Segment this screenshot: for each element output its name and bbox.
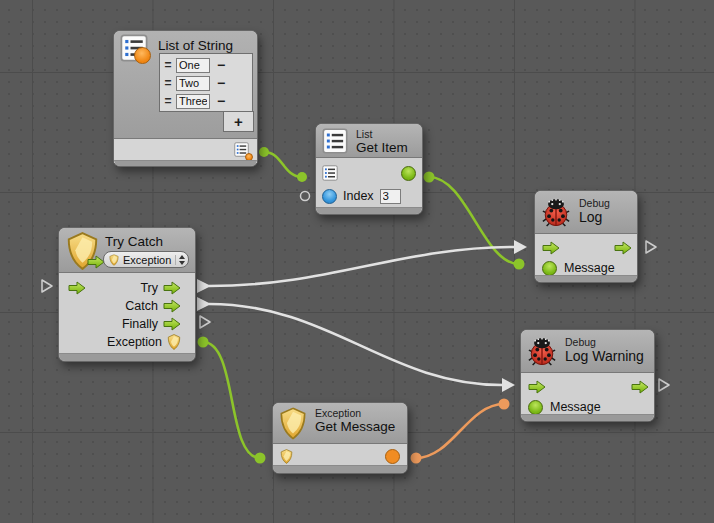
node-header: List of String = − = − = − bbox=[114, 31, 257, 139]
wire-dest-arrow bbox=[514, 240, 527, 254]
wire-list-to-getitem[interactable] bbox=[264, 152, 302, 177]
wire-endpoint bbox=[411, 453, 422, 464]
enter-input-port[interactable] bbox=[528, 380, 546, 394]
enter-input-port[interactable] bbox=[542, 241, 560, 255]
list-of-string-icon bbox=[120, 34, 154, 68]
node-get-item[interactable]: List Get Item Index bbox=[315, 123, 423, 215]
unconnected-input-marker bbox=[301, 192, 310, 201]
catch-output-port[interactable] bbox=[163, 299, 181, 313]
port-label: Finally bbox=[122, 317, 158, 331]
node-footer bbox=[316, 207, 422, 214]
unconnected-output-marker bbox=[659, 379, 669, 391]
wire-endpoint bbox=[499, 399, 510, 410]
wire-source-arrow bbox=[197, 279, 211, 293]
port-label: Index bbox=[343, 189, 374, 203]
exception-input-port[interactable] bbox=[280, 449, 293, 464]
wire-catch-to-logwarning[interactable] bbox=[209, 304, 502, 385]
list-item-row: = − bbox=[162, 74, 250, 92]
node-header: Debug Log Warning bbox=[521, 330, 654, 373]
wire-endpoint bbox=[424, 172, 435, 183]
unconnected-output-marker bbox=[200, 316, 210, 328]
node-header: List Get Item bbox=[316, 124, 422, 158]
wire-dest-arrow bbox=[502, 378, 515, 392]
add-item-panel: + bbox=[223, 111, 254, 132]
wire-endpoint bbox=[297, 172, 307, 182]
enter-input-port[interactable] bbox=[68, 281, 86, 295]
node-debug-log-warning[interactable]: Debug Log Warning Message bbox=[520, 329, 655, 422]
message-input-port[interactable] bbox=[542, 261, 557, 276]
node-debug-log[interactable]: Debug Log Message bbox=[534, 190, 638, 283]
wire-endpoint bbox=[514, 259, 525, 270]
wire-endpoint bbox=[259, 147, 269, 157]
unconnected-input-marker bbox=[42, 280, 52, 292]
node-exception-get-message[interactable]: Exception Get Message bbox=[272, 402, 408, 474]
unconnected-output-marker bbox=[646, 241, 656, 253]
exception-output-port[interactable] bbox=[167, 334, 181, 350]
ladybug-icon bbox=[527, 336, 557, 366]
node-header: Exception Get Message bbox=[273, 403, 407, 444]
node-title: Get Message bbox=[315, 419, 395, 435]
index-input-port[interactable] bbox=[322, 189, 337, 204]
list-inline-editor: = − = − = − bbox=[159, 53, 253, 112]
node-footer bbox=[59, 353, 195, 361]
list-icon bbox=[322, 128, 348, 154]
exception-type-dropdown[interactable]: Exception bbox=[103, 251, 189, 268]
node-body: Message bbox=[535, 234, 637, 278]
node-title: Try Catch bbox=[105, 234, 163, 250]
dropdown-value: Exception bbox=[123, 254, 171, 266]
node-try-catch[interactable]: Try Catch Exception Try Catch bbox=[58, 227, 196, 362]
drag-handle-icon[interactable]: = bbox=[163, 60, 173, 70]
node-footer bbox=[535, 275, 637, 282]
list-item-row: = − bbox=[162, 92, 250, 110]
message-input-port[interactable] bbox=[528, 400, 543, 415]
exit-output-port[interactable] bbox=[614, 241, 632, 255]
try-output-port[interactable] bbox=[163, 281, 181, 295]
add-item-button[interactable]: + bbox=[231, 116, 247, 128]
graph-canvas[interactable]: List of String = − = − = − bbox=[0, 0, 714, 523]
port-label: Catch bbox=[125, 299, 158, 313]
orange-ball-icon bbox=[134, 47, 151, 64]
wire-exception-to-getmessage[interactable] bbox=[203, 342, 260, 458]
node-header: Try Catch Exception bbox=[59, 228, 195, 273]
finally-output-port[interactable] bbox=[163, 317, 181, 331]
index-value-input[interactable] bbox=[380, 189, 401, 204]
node-body: Message bbox=[521, 373, 654, 417]
list-item-input[interactable] bbox=[176, 76, 210, 91]
list-item-input[interactable] bbox=[176, 58, 210, 73]
wire-endpoint bbox=[255, 453, 266, 464]
port-label: Message bbox=[564, 261, 615, 275]
node-title: Log bbox=[579, 209, 610, 225]
node-title: Get Item bbox=[356, 140, 408, 156]
node-caption: List bbox=[356, 128, 408, 140]
wire-try-to-log[interactable] bbox=[209, 247, 514, 286]
shield-icon bbox=[109, 254, 119, 266]
node-caption: Debug bbox=[579, 197, 610, 209]
list-output-port[interactable] bbox=[234, 142, 252, 160]
remove-item-button[interactable]: − bbox=[213, 95, 229, 107]
node-caption: Exception bbox=[315, 407, 395, 419]
shield-icon bbox=[279, 407, 307, 440]
node-list-of-string[interactable]: List of String = − = − = − bbox=[113, 30, 258, 167]
remove-item-button[interactable]: − bbox=[213, 59, 229, 71]
exit-output-port[interactable] bbox=[631, 380, 649, 394]
wire-source-arrow bbox=[197, 297, 211, 311]
node-title: List of String bbox=[158, 38, 233, 54]
node-caption: Debug bbox=[565, 336, 644, 348]
node-title: Log Warning bbox=[565, 348, 644, 364]
node-body: Index bbox=[316, 158, 422, 210]
list-item-input[interactable] bbox=[176, 94, 210, 109]
drag-handle-icon[interactable]: = bbox=[163, 78, 173, 88]
remove-item-button[interactable]: − bbox=[213, 77, 229, 89]
shield-icon bbox=[66, 231, 102, 273]
node-footer bbox=[521, 414, 654, 421]
item-output-port[interactable] bbox=[401, 166, 416, 181]
list-input-port[interactable] bbox=[322, 165, 338, 181]
wire-getmessage-to-logwarning-message[interactable] bbox=[416, 404, 504, 458]
ladybug-icon bbox=[541, 197, 571, 227]
port-label: Message bbox=[550, 400, 601, 414]
node-footer bbox=[273, 465, 407, 473]
drag-handle-icon[interactable]: = bbox=[163, 96, 173, 106]
popup-arrows-icon bbox=[175, 255, 185, 265]
node-body: Try Catch Finally Exception bbox=[59, 273, 195, 356]
message-output-port[interactable] bbox=[385, 449, 400, 464]
